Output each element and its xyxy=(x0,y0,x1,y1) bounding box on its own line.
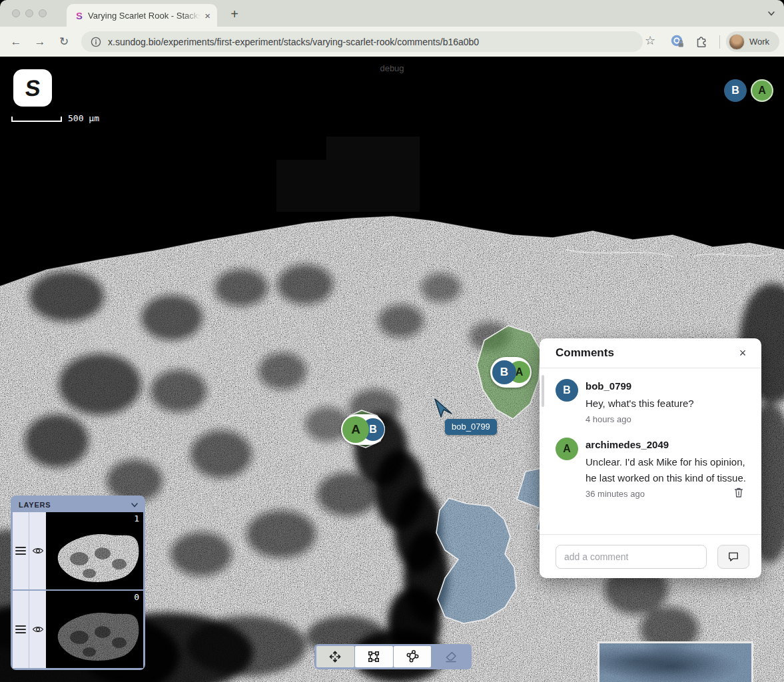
layer-thumbnail[interactable]: 0 xyxy=(46,591,143,668)
scale-bar-label: 500 μm xyxy=(68,113,99,123)
window-controls[interactable] xyxy=(12,9,47,17)
comment-body: Unclear. I'd ask Mike for his opinion, h… xyxy=(586,454,747,486)
comment-input[interactable] xyxy=(556,545,707,569)
remote-cursor-icon xyxy=(434,398,454,421)
site-favicon-icon: S xyxy=(76,10,83,21)
eraser-tool-button xyxy=(432,646,470,667)
debug-label: debug xyxy=(0,63,784,73)
tab-title: Varying Scarlet Rook - Stacks xyxy=(88,11,200,21)
annotation-region-rect[interactable] xyxy=(597,641,753,682)
polygon-nodes-icon xyxy=(404,649,420,665)
comment-bubble-icon xyxy=(727,550,740,563)
comment-author: archimedes_2049 xyxy=(586,439,747,450)
polygon-tool-button[interactable] xyxy=(394,646,432,667)
toolbar-divider xyxy=(719,35,720,49)
comment-avatar: B xyxy=(556,379,578,402)
presence-avatar-b[interactable]: B xyxy=(724,79,747,102)
comment-timestamp: 36 minutes ago xyxy=(586,489,747,499)
marker-avatar-b[interactable]: B xyxy=(492,360,516,384)
minimize-window-button[interactable] xyxy=(25,9,33,17)
pan-tool-button[interactable] xyxy=(316,646,354,667)
slide-viewer-canvas[interactable]: debug S 500 μm B A B A A B bob_0799 xyxy=(0,57,784,682)
layers-collapse-chevron-icon[interactable] xyxy=(130,500,139,510)
comments-close-icon[interactable]: × xyxy=(735,346,751,362)
bookmark-star-icon[interactable]: ☆ xyxy=(645,33,655,48)
comments-panel: Comments × B bob_0799 Hey, what's this f… xyxy=(540,338,761,578)
tab-close-icon[interactable]: × xyxy=(204,10,210,21)
browser-window: S Varying Scarlet Rook - Stacks × + ← → … xyxy=(0,0,784,682)
move-arrows-icon xyxy=(327,649,343,665)
close-window-button[interactable] xyxy=(12,9,20,17)
annotation-marker-cluster[interactable]: A B xyxy=(341,414,385,445)
reload-button[interactable]: ↻ xyxy=(55,33,73,51)
comment-item: B bob_0799 Hey, what's this feature? 4 h… xyxy=(556,379,747,424)
presence-avatar-a[interactable]: A xyxy=(751,79,773,102)
layer-drag-handle-icon[interactable] xyxy=(13,591,29,668)
comments-panel-header: Comments × xyxy=(540,338,761,368)
tab-search-chevron-icon[interactable] xyxy=(767,9,776,18)
comment-avatar: A xyxy=(556,438,578,460)
app-logo[interactable]: S xyxy=(13,69,52,107)
layer-drag-handle-icon[interactable] xyxy=(13,512,29,589)
password-manager-extension-icon[interactable] xyxy=(670,34,685,49)
comment-author: bob_0799 xyxy=(586,380,694,392)
layers-panel-header[interactable]: LAYERS xyxy=(13,498,143,512)
browser-tab[interactable]: S Varying Scarlet Rook - Stacks × xyxy=(67,4,217,27)
tab-strip: S Varying Scarlet Rook - Stacks × + xyxy=(0,0,784,27)
annotation-marker-cluster[interactable]: B A xyxy=(490,357,532,388)
profile-name: Work xyxy=(749,37,769,47)
scale-bar-line xyxy=(11,114,63,123)
layer-visibility-eye-icon[interactable] xyxy=(29,591,46,668)
forward-button[interactable]: → xyxy=(31,33,49,51)
url-text[interactable]: x.sundog.bio/experiments/first-experimen… xyxy=(108,37,479,47)
layer-visibility-eye-icon[interactable] xyxy=(29,512,46,589)
comment-body: Hey, what's this feature? xyxy=(586,396,694,411)
layers-panel-title: LAYERS xyxy=(19,501,51,509)
layers-panel: LAYERS xyxy=(11,496,145,670)
delete-comment-trash-icon[interactable] xyxy=(733,487,745,499)
bounding-box-icon xyxy=(366,649,382,665)
presence-avatars: B A xyxy=(724,79,773,102)
layer-number: 1 xyxy=(134,513,139,523)
site-info-icon[interactable] xyxy=(91,37,101,47)
comments-list[interactable]: B bob_0799 Hey, what's this feature? 4 h… xyxy=(540,368,761,499)
scale-bar: 500 μm xyxy=(11,113,99,123)
comment-timestamp: 4 hours ago xyxy=(586,414,694,424)
comment-item: A archimedes_2049 Unclear. I'd ask Mike … xyxy=(556,438,747,499)
layer-number: 0 xyxy=(134,592,139,602)
comments-panel-title: Comments xyxy=(556,346,614,360)
zoom-window-button[interactable] xyxy=(39,9,47,17)
layer-row: 1 xyxy=(13,512,143,589)
extensions-puzzle-icon[interactable] xyxy=(694,34,709,49)
submit-comment-button[interactable] xyxy=(717,545,749,569)
remote-cursor-user-label: bob_0799 xyxy=(445,419,497,435)
comment-composer xyxy=(540,534,761,578)
browser-profile-button[interactable]: Work xyxy=(726,31,779,52)
browser-toolbar: ← → ↻ x.sundog.bio/experiments/first-exp… xyxy=(0,27,784,57)
comments-scrollbar[interactable] xyxy=(542,375,544,407)
marker-avatar-a[interactable]: A xyxy=(342,416,369,443)
back-button[interactable]: ← xyxy=(7,33,25,51)
profile-avatar xyxy=(729,34,745,50)
annotation-toolbar xyxy=(314,644,472,669)
transform-tool-button[interactable] xyxy=(355,646,393,667)
eraser-icon xyxy=(443,649,459,665)
layer-thumbnail[interactable]: 1 xyxy=(46,512,143,589)
layer-row: 0 xyxy=(13,591,143,668)
new-tab-button[interactable]: + xyxy=(225,5,244,24)
address-bar[interactable]: x.sundog.bio/experiments/first-experimen… xyxy=(81,31,643,52)
app-logo-letter: S xyxy=(24,75,42,101)
